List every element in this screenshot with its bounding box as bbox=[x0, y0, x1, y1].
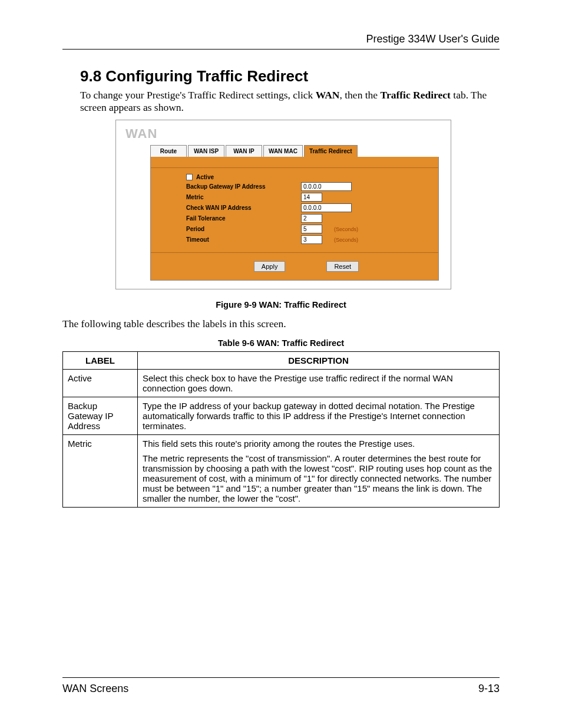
table-intro: The following table describes the labels… bbox=[62, 318, 500, 330]
header-rule bbox=[62, 49, 500, 50]
footer-right: 9-13 bbox=[478, 683, 500, 695]
metric-input[interactable]: 14 bbox=[301, 193, 322, 202]
check-wan-input[interactable]: 0.0.0.0 bbox=[301, 203, 352, 212]
apply-button[interactable]: Apply bbox=[254, 261, 286, 272]
tab-traffic-redirect[interactable]: Traffic Redirect bbox=[304, 145, 358, 157]
backup-gateway-label: Backup Gateway IP Address bbox=[186, 183, 301, 190]
intro-mid: , then the bbox=[340, 89, 381, 101]
tab-route[interactable]: Route bbox=[150, 145, 187, 157]
screenshot-panel: WAN Route WAN ISP WAN IP WAN MAC Traffic… bbox=[115, 120, 451, 289]
timeout-label: Timeout bbox=[186, 236, 301, 243]
tab-wan-isp[interactable]: WAN ISP bbox=[188, 145, 224, 157]
form-panel: Active Backup Gateway IP Address 0.0.0.0… bbox=[150, 157, 439, 281]
footer-left: WAN Screens bbox=[62, 683, 128, 695]
cell-desc-p2: The metric represents the "cost of trans… bbox=[143, 453, 494, 503]
page-footer: WAN Screens 9-13 bbox=[62, 677, 500, 695]
panel-bottom-rule bbox=[151, 252, 438, 253]
description-table: LABEL DESCRIPTION Active Select this che… bbox=[62, 351, 500, 508]
footer-rule bbox=[62, 677, 500, 678]
fail-tolerance-label: Fail Tolerance bbox=[186, 215, 301, 222]
th-label: LABEL bbox=[63, 352, 138, 370]
tab-row: Route WAN ISP WAN IP WAN MAC Traffic Red… bbox=[150, 145, 444, 157]
timeout-input[interactable]: 3 bbox=[301, 235, 322, 244]
cell-desc: Select this check box to have the Presti… bbox=[138, 370, 500, 397]
page-header: Prestige 334W User's Guide bbox=[62, 33, 500, 45]
cell-label: Active bbox=[63, 370, 138, 397]
figure-caption: Figure 9-9 WAN: Traffic Redirect bbox=[62, 300, 500, 309]
table-row: Metric This field sets this route's prio… bbox=[63, 435, 500, 508]
panel-top-rule bbox=[151, 167, 438, 168]
check-wan-label: Check WAN IP Address bbox=[186, 205, 301, 211]
cell-desc: This field sets this route's priority am… bbox=[138, 435, 500, 508]
section-intro: To change your Prestige's Traffic Redire… bbox=[80, 89, 500, 114]
th-description: DESCRIPTION bbox=[138, 352, 500, 370]
cell-label: Metric bbox=[63, 435, 138, 508]
section-heading: 9.8 Configuring Traffic Redirect bbox=[80, 67, 500, 85]
cell-label: Backup Gateway IP Address bbox=[63, 397, 138, 435]
tab-wan-mac[interactable]: WAN MAC bbox=[263, 145, 303, 157]
table-row: Active Select this check box to have the… bbox=[63, 370, 500, 397]
active-checkbox[interactable] bbox=[186, 174, 193, 180]
wan-title: WAN bbox=[125, 126, 444, 141]
period-input[interactable]: 5 bbox=[301, 225, 322, 233]
intro-wan: WAN bbox=[316, 89, 340, 101]
table-caption: Table 9-6 WAN: Traffic Redirect bbox=[62, 338, 500, 348]
period-unit: (Seconds) bbox=[334, 226, 358, 232]
cell-desc-p1: This field sets this route's priority am… bbox=[143, 439, 494, 449]
table-row: Backup Gateway IP Address Type the IP ad… bbox=[63, 397, 500, 435]
backup-gateway-input[interactable]: 0.0.0.0 bbox=[301, 182, 352, 191]
reset-button[interactable]: Reset bbox=[326, 261, 359, 272]
timeout-unit: (Seconds) bbox=[334, 237, 358, 243]
intro-traffic-redirect: Traffic Redirect bbox=[381, 89, 451, 101]
tab-wan-ip[interactable]: WAN IP bbox=[226, 145, 262, 157]
fail-tolerance-input[interactable]: 2 bbox=[301, 214, 322, 223]
intro-text: To change your Prestige's Traffic Redire… bbox=[80, 89, 316, 101]
period-label: Period bbox=[186, 226, 301, 232]
cell-desc: Type the IP address of your backup gatew… bbox=[138, 397, 500, 435]
metric-label: Metric bbox=[186, 194, 301, 200]
active-label: Active bbox=[196, 174, 214, 180]
